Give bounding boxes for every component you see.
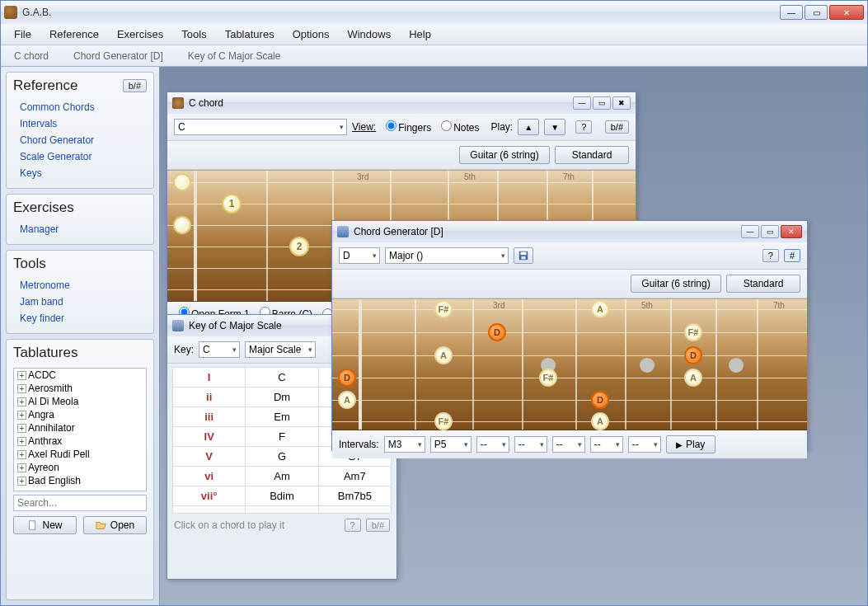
tools-title: Tools — [13, 256, 46, 272]
new-button[interactable]: New — [13, 516, 77, 534]
interval-4[interactable]: -- — [514, 436, 547, 453]
note-open-a: A — [338, 391, 356, 409]
link-key-finder[interactable]: Key finder — [20, 310, 147, 326]
tree-item-axel-rudi-pell[interactable]: +Axel Rudi Pell — [14, 448, 146, 461]
gen-help-button[interactable]: ? — [762, 249, 779, 262]
search-input[interactable] — [13, 495, 147, 511]
interval-1[interactable]: M3 — [384, 436, 425, 453]
interval-7[interactable]: -- — [628, 436, 661, 453]
sharp-toggle-button[interactable]: # — [784, 249, 800, 262]
menu-tools[interactable]: Tools — [173, 25, 214, 44]
flat-sharp-button[interactable]: b/# — [605, 120, 629, 134]
scale-row-7[interactable]: vii°BdimBm7b5 — [173, 486, 392, 506]
play-label: Play: — [491, 121, 514, 133]
link-manager[interactable]: Manager — [20, 221, 147, 237]
instrument-button[interactable]: Guitar (6 string) — [459, 146, 550, 164]
chord-select[interactable]: C — [174, 119, 347, 135]
link-chord-generator[interactable]: Chord Generator — [20, 132, 147, 148]
exercises-panel: Exercises Manager — [6, 194, 154, 245]
tree-item-bad-english[interactable]: +Bad English — [14, 474, 146, 487]
menu-bar: File Reference Exercises Tools Tablature… — [1, 24, 867, 45]
tree-item-al-di-meola[interactable]: +Al Di Meola — [14, 395, 146, 408]
maximize-button[interactable]: ▭ — [805, 5, 828, 20]
tree-item-angra[interactable]: +Angra — [14, 408, 146, 421]
reference-panel: Reference b/# Common Chords Intervals Ch… — [6, 72, 154, 189]
link-metronome[interactable]: Metronome — [20, 277, 147, 294]
interval-2[interactable]: P5 — [430, 436, 472, 453]
scale-row-6[interactable]: viAmAm7 — [173, 467, 392, 486]
interval-5[interactable]: -- — [552, 436, 585, 453]
gen-minimize-button[interactable]: — — [741, 225, 759, 238]
child-close-button[interactable]: ✖ — [612, 96, 631, 110]
gen-maximize-button[interactable]: ▭ — [761, 225, 779, 238]
child-minimize-button[interactable]: — — [573, 96, 591, 110]
scale-icon — [172, 320, 184, 331]
tab-key-of-c[interactable]: Key of C Major Scale — [183, 47, 286, 65]
note-d-b: D — [488, 323, 506, 341]
c-chord-title: C chord — [189, 97, 223, 109]
note-fs-d: F# — [539, 369, 557, 387]
scale-type-select[interactable]: Major Scale — [245, 341, 316, 358]
close-button[interactable]: ✕ — [829, 5, 864, 20]
menu-reference[interactable]: Reference — [41, 25, 107, 44]
tab-c-chord[interactable]: C chord — [9, 47, 54, 65]
open-button[interactable]: Open — [83, 516, 147, 534]
app-title: G.A.B. — [22, 7, 51, 18]
menu-file[interactable]: File — [6, 25, 40, 44]
chord-generator-title: Chord Generator [D] — [354, 226, 443, 237]
tuning-button[interactable]: Standard — [555, 146, 629, 164]
key-select[interactable]: C — [199, 341, 240, 358]
notes-radio[interactable]: Notes — [436, 120, 479, 134]
mdi-area: C chord — ▭ ✖ C View: Fingers Notes Play… — [159, 67, 867, 605]
menu-options[interactable]: Options — [284, 25, 338, 44]
tree-item-ayreon[interactable]: +Ayreon — [14, 461, 146, 474]
interval-6[interactable]: -- — [590, 436, 623, 453]
menu-windows[interactable]: Windows — [339, 25, 399, 44]
menu-help[interactable]: Help — [401, 25, 439, 44]
menu-tablatures[interactable]: Tablatures — [217, 25, 283, 44]
minimize-button[interactable]: — — [780, 5, 803, 20]
note-fs-e6: F# — [434, 412, 453, 430]
nut — [194, 171, 197, 301]
link-scale-generator[interactable]: Scale Generator — [20, 148, 147, 165]
link-jam-band[interactable]: Jam band — [20, 294, 147, 310]
tablatures-tree[interactable]: +ACDC +Aerosmith +Al Di Meola +Angra +An… — [13, 368, 147, 491]
gen-instrument-button[interactable]: Guitar (6 string) — [631, 275, 721, 293]
help-button[interactable]: ? — [575, 120, 592, 134]
scale-help-button[interactable]: ? — [345, 519, 361, 532]
play-up-button[interactable]: ▲ — [518, 119, 539, 135]
scale-flat-sharp-button[interactable]: b/# — [366, 519, 390, 532]
title-bar: G.A.B. — ▭ ✕ — [1, 1, 867, 24]
note-a-d7: A — [684, 369, 702, 387]
play-button[interactable]: ▶ Play — [666, 435, 716, 453]
chord-type-select[interactable]: Major () — [385, 247, 509, 264]
new-file-icon — [27, 519, 39, 531]
gen-close-button[interactable]: ✕ — [781, 225, 802, 238]
tree-item-acdc[interactable]: +ACDC — [14, 369, 146, 382]
svg-rect-3 — [521, 256, 525, 260]
tree-item-aerosmith[interactable]: +Aerosmith — [14, 382, 146, 395]
fret-label-7: 7th — [563, 172, 575, 181]
interval-3[interactable]: -- — [476, 436, 509, 453]
flat-sharp-toggle[interactable]: b/# — [123, 79, 147, 92]
tree-item-annihilator[interactable]: +Annihilator — [14, 421, 146, 435]
link-common-chords[interactable]: Common Chords — [20, 99, 147, 115]
open-string-3 — [173, 216, 191, 234]
folder-open-icon — [96, 519, 107, 531]
play-down-button[interactable]: ▼ — [544, 119, 565, 135]
note-fs-e1: F# — [434, 300, 453, 318]
chord-generator-fretboard[interactable]: 3rd 5th 7th D A F# — [332, 298, 807, 430]
sidebar: Reference b/# Common Chords Intervals Ch… — [1, 67, 159, 605]
note-fs-b: F# — [684, 323, 702, 341]
note-d-a: D — [591, 391, 609, 409]
tab-chord-generator[interactable]: Chord Generator [D] — [68, 47, 168, 65]
menu-exercises[interactable]: Exercises — [109, 25, 171, 44]
tree-item-anthrax[interactable]: +Anthrax — [14, 435, 146, 448]
save-button[interactable] — [514, 247, 533, 264]
fingers-radio[interactable]: Fingers — [381, 120, 431, 134]
root-select[interactable]: D — [339, 247, 380, 264]
link-intervals[interactable]: Intervals — [20, 115, 147, 132]
child-maximize-button[interactable]: ▭ — [593, 96, 611, 110]
link-keys[interactable]: Keys — [20, 165, 147, 181]
gen-tuning-button[interactable]: Standard — [726, 275, 800, 293]
